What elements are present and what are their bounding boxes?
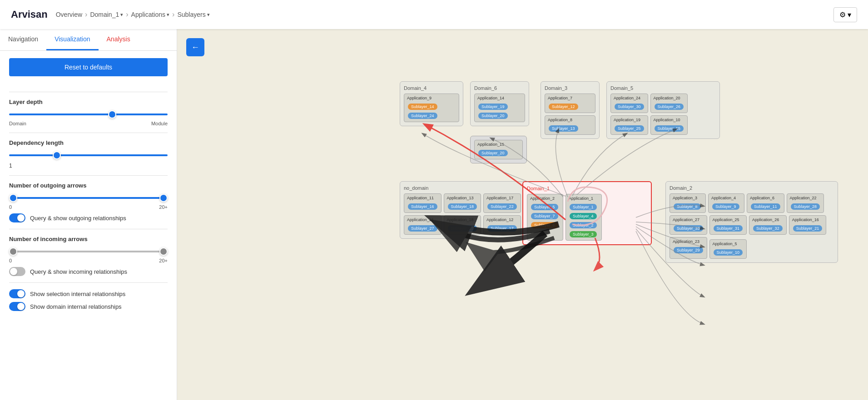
layer-depth-thumb[interactable]: [108, 110, 116, 119]
sublayer-18-chip: Sublayer_18: [448, 203, 477, 210]
app-11-box[interactable]: Application_11 Sublayer_16: [404, 193, 441, 213]
app-26-box[interactable]: Application_26 Sublayer_32: [749, 215, 787, 235]
sublayer-5-chip: Sublayer_5: [531, 204, 558, 210]
sublayer-26-chip: Sublayer_26: [655, 104, 684, 110]
app-20-box[interactable]: Application_20 Sublayer_26: [650, 94, 688, 113]
app-3-box[interactable]: Application_3 Sublayer_8: [670, 193, 706, 213]
app-7-box[interactable]: Application_7 Sublayer_12: [545, 94, 595, 113]
breadcrumb-sep-3: ›: [172, 10, 174, 19]
app-23-box[interactable]: Application_23 Sublayer_29: [670, 237, 707, 259]
sublayer-6-chip: Sublayer_6: [531, 222, 558, 228]
breadcrumb: Overview › Domain_1 ▾ › Applications ▾ ›…: [56, 10, 210, 19]
sublayer-9-chip: Sublayer_9: [712, 203, 739, 210]
sublayer-2-chip: Sublayer_2: [570, 222, 597, 228]
domain-1-box[interactable]: Domain_1 Application_2 Sublayer_5 Sublay…: [522, 181, 652, 245]
layer-depth-slider[interactable]: Domain Module: [9, 110, 168, 126]
incoming-toggle-row: Query & show incoming relationships: [9, 267, 168, 276]
panel-content: Reset to defaults Layer depth Domain Mod…: [0, 51, 177, 322]
app-18-box[interactable]: Application_18 Sublayer_23: [444, 215, 481, 235]
breadcrumb-domain[interactable]: Domain_1 ▾: [90, 11, 123, 18]
sublayer-29-chip: Sublayer_29: [674, 247, 703, 253]
dependency-length-thumb[interactable]: [53, 151, 61, 159]
divider-5: [9, 282, 168, 283]
main-layout: Navigation Visualization Analysis Reset …: [0, 29, 868, 400]
app-24-box[interactable]: Application_24 Sublayer_30: [610, 94, 648, 113]
app-4-box[interactable]: Application_4 Sublayer_9: [708, 193, 744, 213]
incoming-arrows-left-thumb[interactable]: [9, 247, 17, 256]
sublayer-1-chip: Sublayer_1: [570, 204, 597, 210]
divider-3: [9, 175, 168, 176]
app-2-box[interactable]: Application_2 Sublayer_5 Sublayer_7 Subl…: [527, 194, 563, 241]
outgoing-toggle-knob: [17, 214, 25, 222]
breadcrumb-overview[interactable]: Overview: [56, 11, 82, 18]
app-9-box[interactable]: Application_9 Sublayer_14 Sublayer_24: [404, 94, 459, 122]
sublayer-22-chip: Sublayer_22: [487, 203, 517, 210]
show-domain-label: Show domain internal relationships: [30, 303, 122, 310]
app-17-box[interactable]: Application_17 Sublayer_22: [483, 193, 521, 213]
tab-analysis[interactable]: Analysis: [99, 29, 139, 50]
sublayer-31-chip: Sublayer_31: [714, 225, 743, 232]
outgoing-arrows-left-thumb[interactable]: [9, 194, 17, 202]
breadcrumb-applications[interactable]: Applications ▾: [131, 11, 170, 18]
outgoing-arrows-labels: 0 20+: [9, 204, 168, 210]
show-domain-toggle[interactable]: [9, 302, 25, 311]
app-6-box[interactable]: Application_6 Sublayer_11: [747, 193, 784, 213]
sublayer-7-chip: Sublayer_7: [531, 213, 558, 219]
domain-2-label: Domain_2: [670, 185, 834, 191]
incoming-toggle-knob: [10, 268, 17, 275]
app-27-box[interactable]: Application_27 Sublayer_33: [670, 215, 707, 235]
sublayer-20-chip: Sublayer_20: [478, 113, 508, 119]
incoming-arrows-slider[interactable]: [9, 247, 168, 256]
sublayer-4-chip: Sublayer_4: [570, 213, 597, 219]
app-12-box[interactable]: Application_12 Sublayer_17: [483, 215, 521, 235]
app-14-box[interactable]: Application_14 Sublayer_19 Sublayer_20: [474, 94, 525, 122]
sublayer-19-chip: Sublayer_19: [478, 104, 508, 110]
dependency-length-slider[interactable]: [9, 151, 168, 160]
sublayer-32-chip: Sublayer_32: [753, 225, 783, 232]
canvas-area: ←: [177, 29, 868, 400]
outgoing-arrows-slider[interactable]: [9, 193, 168, 202]
app-21-box[interactable]: Application_21 Sublayer_27: [404, 215, 441, 235]
outgoing-arrows-right-thumb[interactable]: [159, 194, 168, 202]
layer-depth-labels: Domain Module: [9, 121, 168, 126]
app-5-box[interactable]: Application_5 Sublayer_10: [709, 239, 747, 259]
sublayer-28-chip: Sublayer_28: [791, 203, 820, 210]
app-10-box[interactable]: Application_10 Sublayer_15: [650, 115, 688, 135]
app-15-box[interactable]: Application_15 Sublayer_20: [474, 140, 523, 159]
app-25-box[interactable]: Application_25 Sublayer_31: [709, 215, 747, 235]
breadcrumb-sublayers[interactable]: Sublayers ▾: [177, 11, 209, 18]
app-13-box[interactable]: Application_13 Sublayer_18: [444, 193, 481, 213]
outgoing-toggle-row: Query & show outgoing relationships: [9, 213, 168, 222]
reset-button[interactable]: Reset to defaults: [9, 58, 168, 76]
outgoing-toggle[interactable]: [9, 213, 25, 222]
incoming-toggle[interactable]: [9, 267, 25, 276]
incoming-arrows-right-thumb[interactable]: [159, 247, 168, 256]
show-selection-toggle[interactable]: [9, 289, 25, 298]
back-button[interactable]: ←: [186, 38, 204, 56]
sublayer-25-chip: Sublayer_25: [615, 125, 644, 132]
left-panel: Navigation Visualization Analysis Reset …: [0, 29, 177, 400]
app-8-box[interactable]: Application_8 Sublayer_13: [545, 115, 595, 135]
tab-navigation[interactable]: Navigation: [0, 29, 46, 50]
domain-5-label: Domain_5: [610, 85, 716, 91]
sublayer-11-chip: Sublayer_11: [751, 203, 780, 210]
show-domain-row: Show domain internal relationships: [9, 302, 168, 311]
app-1-box[interactable]: Application_1 Sublayer_1 Sublayer_4 Subl…: [565, 194, 602, 241]
settings-button[interactable]: ⚙ ▾: [833, 7, 857, 22]
show-selection-knob: [17, 290, 25, 297]
divider-4: [9, 229, 168, 229]
tab-visualization[interactable]: Visualization: [46, 29, 98, 50]
app-19-box[interactable]: Application_19 Sublayer_25: [610, 115, 648, 135]
breadcrumb-sep-2: ›: [126, 10, 128, 19]
layer-depth-title: Layer depth: [9, 99, 168, 105]
sublayer-21-chip: Sublayer_21: [793, 225, 823, 232]
domain-4-label: Domain_4: [404, 85, 459, 91]
app-22-box[interactable]: Application_22 Sublayer_28: [787, 193, 824, 213]
brand-logo: Arvisan: [11, 9, 48, 20]
sublayer-16-chip: Sublayer_16: [408, 203, 437, 210]
breadcrumb-sep-1: ›: [85, 10, 87, 19]
sublayer-17-chip: Sublayer_17: [487, 225, 517, 232]
domain-1-label: Domain_1: [527, 186, 647, 191]
divider-1: [9, 92, 168, 92]
app-16-box[interactable]: Application_16 Sublayer_21: [789, 215, 827, 235]
